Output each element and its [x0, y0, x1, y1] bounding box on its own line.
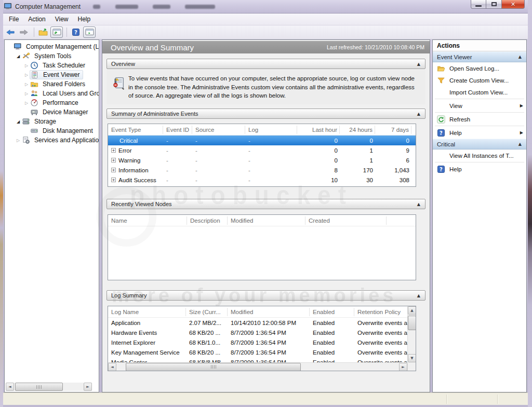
action-create-custom-view[interactable]: Create Custom View...	[433, 74, 526, 86]
scroll-thumb[interactable]	[126, 363, 301, 371]
tree-item-shared-folders[interactable]: ▷Shared Folders	[5, 79, 99, 89]
log-horizontal-scrollbar[interactable]: ◄►	[108, 362, 407, 371]
minimize-button[interactable]	[471, 0, 486, 9]
expand-plus-icon[interactable]: +	[111, 148, 116, 153]
collapse-icon[interactable]: ▲	[517, 142, 523, 146]
recent-nodes-section-header[interactable]: Recently Viewed Nodes ▲	[107, 199, 425, 209]
tree-expander-icon[interactable]: ◢	[15, 54, 21, 59]
menu-help[interactable]: Help	[73, 14, 96, 24]
action-import-custom-view[interactable]: Import Custom View...	[433, 86, 526, 98]
title-bar: Computer Management ✕	[0, 0, 532, 13]
tree-horizontal-scrollbar[interactable]: ◄ ►	[6, 383, 92, 391]
overview-text: To view events that have occurred on you…	[128, 74, 420, 100]
column-header-description[interactable]: Description	[187, 216, 228, 225]
summary-row-information[interactable]: +Information---81701,043	[108, 165, 416, 175]
tree-expander-icon[interactable]: ▷	[23, 82, 30, 87]
scroll-down-icon[interactable]: ▼	[408, 354, 416, 362]
action-view[interactable]: View▶	[433, 100, 526, 112]
column-header-name[interactable]: Name	[108, 216, 187, 225]
help-icon[interactable]: ?	[70, 26, 82, 38]
action-help[interactable]: ?Help	[433, 163, 526, 175]
tree-item-system-tools[interactable]: ◢System Tools	[5, 51, 99, 61]
summary-row-warning[interactable]: +Warning---016	[108, 155, 416, 165]
tree-item-device-manager[interactable]: Device Manager	[5, 107, 99, 117]
column-header-modified[interactable]: Modified	[228, 216, 305, 225]
log-vertical-scrollbar[interactable]: ▲▼	[407, 306, 416, 371]
scroll-right-icon[interactable]: ►	[84, 383, 92, 391]
tree-item-task-scheduler[interactable]: ▷Task Scheduler	[5, 61, 99, 70]
forward-icon[interactable]	[18, 26, 30, 38]
collapse-icon[interactable]: ▲	[416, 62, 422, 66]
scroll-right-icon[interactable]: ►	[399, 363, 407, 371]
column-header-log-name[interactable]: Log Name	[108, 308, 186, 316]
tree-item-computer-management-local[interactable]: Computer Management (Local	[5, 42, 99, 51]
tree-item-local-users-and-groups[interactable]: ▷Local Users and Groups	[5, 89, 99, 98]
log-row-key-management-service[interactable]: Key Management Service68 KB/20 ...8/7/20…	[108, 347, 416, 357]
collapse-icon[interactable]: ▲	[517, 55, 523, 59]
column-header-event-type[interactable]: Event Type	[108, 126, 163, 134]
log-row-hardware-events[interactable]: Hardware Events68 KB/20 ...8/7/2009 1:36…	[108, 328, 416, 337]
tree-item-disk-management[interactable]: Disk Management	[5, 126, 99, 135]
menu-action[interactable]: Action	[23, 14, 50, 24]
tree-item-label: Shared Folders	[41, 80, 87, 88]
column-header-created[interactable]: Created	[305, 216, 387, 225]
close-button[interactable]: ✕	[502, 0, 525, 9]
column-header-size-curr[interactable]: Size (Curr...	[186, 308, 228, 316]
expand-plus-icon[interactable]: +	[111, 168, 116, 172]
column-header-7-days[interactable]: 7 days	[375, 126, 411, 134]
log-summary-section-header[interactable]: Log Summary ▲	[107, 290, 425, 301]
action-open-saved-log[interactable]: Open Saved Log...	[433, 62, 526, 74]
show-console-tree-icon[interactable]	[50, 26, 63, 38]
tree-item-services-and-applications[interactable]: ▷Services and Applications	[5, 135, 99, 145]
show-action-pane-icon[interactable]	[83, 26, 96, 38]
menu-view[interactable]: View	[50, 14, 73, 24]
column-header-24-hours[interactable]: 24 hours	[340, 126, 375, 134]
scroll-thumb[interactable]	[408, 316, 416, 330]
summary-row-error[interactable]: +Error---019	[108, 145, 416, 155]
tree-expander-icon[interactable]: ▷	[23, 73, 30, 77]
export-list-icon[interactable]	[37, 26, 49, 38]
tree-item-storage[interactable]: ◢Storage	[5, 117, 99, 126]
tree-item-label: Task Scheduler	[41, 61, 87, 70]
column-header-source[interactable]: Source	[192, 126, 245, 134]
log-cell: Overwrite events as nec	[354, 340, 415, 346]
expand-plus-icon[interactable]: +	[111, 178, 116, 182]
tree-expander-icon[interactable]: ▷	[23, 63, 30, 68]
summary-section-header[interactable]: Summary of Administrative Events ▲	[107, 108, 425, 119]
menu-file[interactable]: File	[4, 14, 23, 24]
column-header-event-id[interactable]: Event ID	[163, 126, 192, 134]
action-view-all-instances-of-t[interactable]: View All Instances of T...	[433, 150, 526, 161]
tree-expander-icon[interactable]: ▷	[15, 138, 21, 143]
tree-item-event-viewer[interactable]: ▷Event Viewer	[5, 70, 99, 79]
collapse-icon[interactable]: ▲	[416, 293, 422, 298]
scroll-left-icon[interactable]: ◄	[108, 363, 116, 371]
column-header-last-hour[interactable]: Last hour	[297, 126, 340, 134]
action-help[interactable]: ?Help▶	[433, 127, 526, 139]
overview-section-header[interactable]: Overview ▲	[107, 59, 425, 69]
collapse-icon[interactable]: ▲	[416, 202, 422, 207]
column-header-modified[interactable]: Modified	[228, 308, 310, 316]
scroll-up-icon[interactable]: ▲	[408, 306, 416, 315]
summary-row-critical[interactable]: Critical---000	[108, 135, 416, 145]
summary-row-audit-success[interactable]: +Audit Success---1030308	[108, 175, 416, 185]
tree-expander-icon[interactable]: ▷	[23, 91, 30, 96]
column-header-retention-policy[interactable]: Retention Policy	[354, 308, 415, 316]
icon-placeholder	[437, 102, 445, 110]
log-row-application[interactable]: Application2.07 MB/2...10/14/2010 12:00:…	[108, 318, 416, 328]
collapse-icon[interactable]: ▲	[416, 112, 422, 116]
tree-expander-icon[interactable]: ◢	[15, 119, 21, 124]
expand-plus-icon[interactable]: +	[111, 158, 116, 162]
scroll-thumb[interactable]	[15, 383, 63, 391]
actions-group-header-critical[interactable]: Critical▲	[433, 139, 526, 150]
toolbar-separator	[66, 28, 67, 37]
tree-expander-icon[interactable]: ▷	[23, 101, 30, 105]
log-row-internet-explorer[interactable]: Internet Explorer68 KB/1.0...8/7/2009 1:…	[108, 337, 416, 347]
column-header-log[interactable]: Log	[245, 126, 297, 134]
maximize-button[interactable]	[486, 0, 502, 9]
tree-item-performance[interactable]: ▷Performance	[5, 98, 99, 107]
column-header-enabled[interactable]: Enabled	[310, 308, 354, 316]
scroll-left-icon[interactable]: ◄	[6, 383, 14, 391]
action-refresh[interactable]: Refresh	[433, 113, 526, 125]
actions-group-header-event-viewer[interactable]: Event Viewer▲	[433, 51, 526, 62]
back-icon[interactable]	[4, 26, 17, 38]
